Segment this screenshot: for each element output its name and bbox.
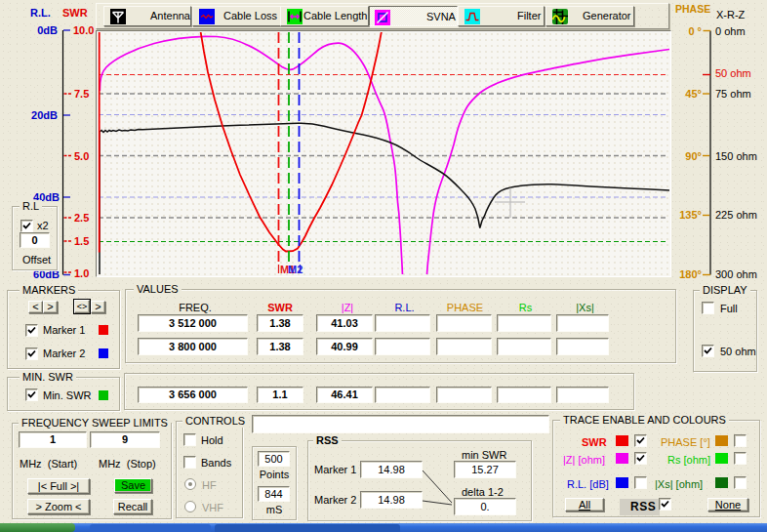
svg-text:M2: M2 bbox=[288, 264, 303, 275]
